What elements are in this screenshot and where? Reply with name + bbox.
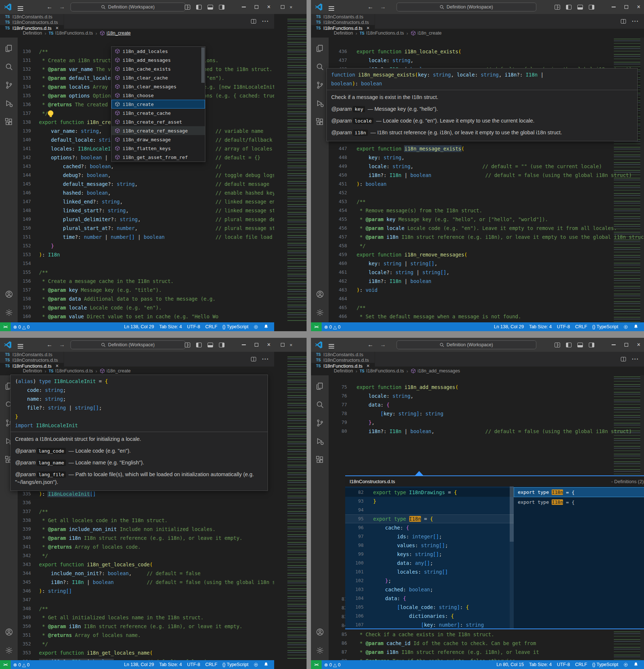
run-debug-icon[interactable]	[311, 432, 329, 450]
tab-close-icon[interactable]: ×	[367, 363, 369, 369]
problems-status[interactable]: ⊗ 0 △ 0	[322, 662, 343, 668]
split-editor-icon[interactable]	[621, 19, 626, 24]
run-debug-icon[interactable]	[0, 94, 18, 113]
remote-indicator[interactable]: ><	[0, 322, 11, 331]
extensions-icon[interactable]	[0, 113, 18, 131]
toggle-panel-icon[interactable]	[208, 5, 213, 10]
language-mode[interactable]: {} TypeScript	[220, 662, 251, 667]
breadcrumb-item[interactable]: TSI18nFunctions.d.ts	[49, 368, 93, 374]
account-icon[interactable]	[0, 285, 18, 303]
breadcrumb-item[interactable]: Definition	[334, 368, 353, 374]
back-arrow-icon[interactable]: ←	[368, 4, 374, 10]
breadcrumb-item[interactable]: i18n_create	[100, 368, 131, 374]
suggest-item[interactable]: i18n_create_cache	[112, 109, 205, 117]
close-icon[interactable]: ×	[267, 5, 270, 9]
explorer-icon[interactable]	[311, 377, 329, 395]
extensions-icon[interactable]	[311, 113, 329, 131]
tab-I18nFunctions.d.ts[interactable]: TSI18nFunctions.d.ts×	[0, 363, 64, 369]
extension-status-icon[interactable]	[251, 325, 261, 329]
breadcrumb-item[interactable]: i18n_create	[100, 31, 131, 36]
problems-status[interactable]: ⊗ 0 △ 0	[11, 662, 32, 668]
customize-layout-icon[interactable]	[185, 5, 190, 10]
close-icon[interactable]: ×	[267, 343, 270, 347]
language-mode[interactable]: {} TypeScript	[590, 662, 621, 667]
remote-indicator[interactable]: ><	[311, 322, 322, 331]
suggest-item[interactable]: i18n_cache_exists	[112, 64, 205, 73]
tab-size[interactable]: Tab Size: 4	[156, 662, 184, 667]
forward-arrow-icon[interactable]: →	[380, 4, 386, 10]
toggle-secondary-sidebar-icon[interactable]	[219, 343, 224, 347]
language-mode[interactable]: {} TypeScript	[590, 324, 621, 329]
account-icon[interactable]	[0, 623, 18, 641]
tab-size[interactable]: Tab Size: 4	[526, 662, 554, 667]
menu-icon[interactable]	[327, 4, 336, 10]
breadcrumb-item[interactable]: Definition	[334, 31, 353, 36]
more-actions-icon[interactable]: ···	[632, 18, 639, 25]
back-arrow-icon[interactable]: ←	[47, 4, 53, 10]
breadcrumb-item[interactable]: i18n_add_messages	[411, 368, 460, 374]
settings-gear-icon[interactable]	[0, 303, 18, 322]
maximize-icon[interactable]	[255, 343, 258, 347]
toggle-sidebar-icon[interactable]	[196, 5, 202, 10]
more-actions-icon[interactable]: ···	[262, 18, 269, 25]
bell-icon[interactable]	[261, 662, 271, 667]
minimize-icon[interactable]	[612, 344, 616, 345]
eol[interactable]: CRLF	[203, 324, 220, 329]
breadcrumb-item[interactable]: TSI18nFunctions.d.ts	[360, 368, 404, 374]
settings-gear-icon[interactable]	[311, 303, 329, 322]
settings-gear-icon[interactable]	[0, 641, 18, 659]
tab-I18nConstructors.d.ts[interactable]: TSI18nConstructors.d.ts	[311, 357, 375, 363]
back-arrow-icon[interactable]: ←	[47, 341, 53, 348]
menu-icon[interactable]	[16, 4, 25, 10]
account-icon[interactable]	[311, 623, 329, 641]
suggest-item[interactable]: i18n_create	[112, 100, 205, 109]
bell-icon[interactable]	[631, 662, 641, 667]
more-actions-icon[interactable]: ···	[262, 356, 269, 362]
forward-arrow-icon[interactable]: →	[380, 341, 386, 348]
tab-I18nConstants.d.ts[interactable]: TSI18nConstants.d.ts	[311, 352, 375, 357]
source-control-icon[interactable]	[311, 76, 329, 94]
maximize-icon[interactable]	[624, 343, 628, 347]
toggle-secondary-sidebar-icon[interactable]	[589, 343, 594, 347]
cursor-position[interactable]: Ln 138, Col 29	[121, 662, 156, 667]
cursor-position[interactable]: Ln 80, Col 15	[494, 662, 526, 667]
toggle-sidebar-icon[interactable]	[566, 343, 572, 347]
scrollbar[interactable]	[640, 38, 644, 322]
tab-I18nFunctions.d.ts[interactable]: TSI18nFunctions.d.ts×	[311, 363, 375, 369]
toggle-secondary-sidebar-icon[interactable]	[219, 5, 224, 10]
customize-layout-icon[interactable]	[555, 5, 560, 10]
suggest-item[interactable]: i18n_draw_message	[112, 135, 205, 144]
suggest-item[interactable]: i18n_choose	[112, 91, 205, 100]
tab-I18nConstants.d.ts[interactable]: TSI18nConstants.d.ts	[0, 352, 64, 357]
customize-layout-icon[interactable]	[185, 343, 190, 347]
suggest-item[interactable]: i18n_clear_cache	[112, 73, 205, 82]
problems-status[interactable]: ⊗ 0 △ 0	[322, 324, 343, 330]
extension-status-icon[interactable]	[621, 325, 631, 329]
cursor-position[interactable]: Ln 138, Col 29	[121, 324, 156, 329]
encoding[interactable]: UTF-8	[184, 324, 202, 329]
close-icon[interactable]: ×	[637, 5, 640, 9]
eol[interactable]: CRLF	[203, 662, 220, 667]
tab-I18nConstants.d.ts[interactable]: TSI18nConstants.d.ts	[311, 14, 375, 20]
tab-I18nConstructors.d.ts[interactable]: TSI18nConstructors.d.ts	[311, 20, 375, 25]
maximize-icon[interactable]	[624, 5, 628, 9]
suggest-item[interactable]: i18n_add_locales	[112, 47, 205, 56]
suggest-item[interactable]: i18n_flatten_keys	[112, 144, 205, 153]
breadcrumb-item[interactable]: TSI18nFunctions.d.ts	[49, 31, 93, 36]
breadcrumb-item[interactable]: Definition	[23, 368, 42, 374]
suggest-item[interactable]: i18n_create_ref_message	[112, 126, 205, 135]
minimize-icon[interactable]	[242, 344, 246, 345]
command-center-search[interactable]: Definition (Workspace)	[396, 3, 536, 11]
tab-I18nFunctions.d.ts[interactable]: TSI18nFunctions.d.ts×	[0, 25, 64, 31]
toggle-sidebar-icon[interactable]	[196, 343, 202, 347]
toggle-sidebar-icon[interactable]	[566, 5, 572, 10]
suggest-item[interactable]: i18n_add_messages	[112, 56, 205, 64]
search-icon[interactable]	[311, 57, 329, 76]
search-icon[interactable]	[311, 395, 329, 414]
command-center-search[interactable]: Definition (Workspace)	[396, 340, 536, 349]
menu-icon[interactable]	[327, 341, 336, 348]
minimize-icon[interactable]	[242, 7, 246, 7]
peek-definition-item[interactable]: export type I18n = {	[514, 487, 644, 497]
customize-layout-icon[interactable]	[555, 343, 560, 347]
bell-icon[interactable]	[631, 324, 641, 329]
